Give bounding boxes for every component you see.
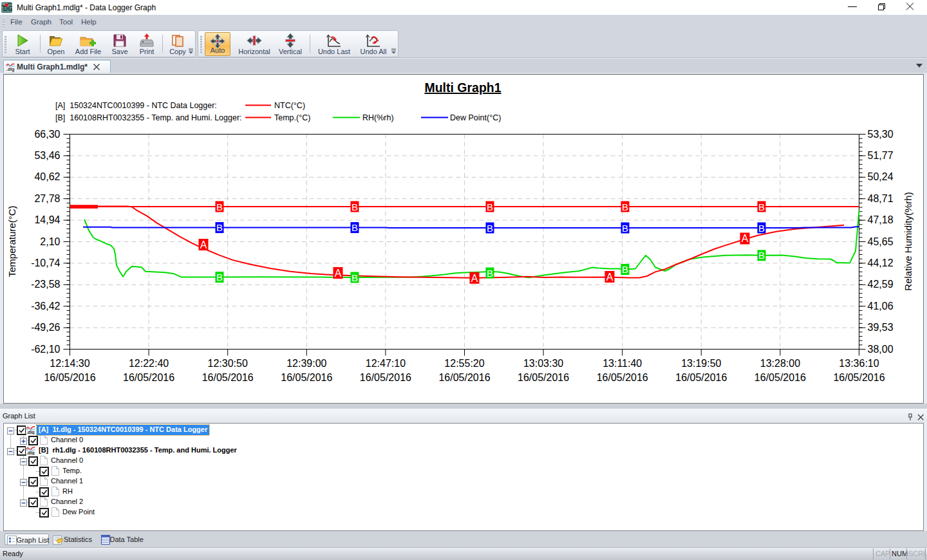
svg-text:Temperature(°C): Temperature(°C) [6, 205, 17, 277]
svg-text:-62,10: -62,10 [31, 344, 60, 355]
svg-text:B: B [216, 272, 223, 283]
svg-text:RH(%rh): RH(%rh) [362, 113, 394, 122]
svg-text:B: B [622, 264, 628, 275]
svg-text:12:22:40: 12:22:40 [129, 358, 169, 369]
svg-text:Relative Humidity(%rh): Relative Humidity(%rh) [903, 192, 913, 290]
svg-text:12:30:50: 12:30:50 [208, 358, 248, 369]
svg-text:12:39:00: 12:39:00 [286, 358, 326, 369]
svg-text:16/05/2016: 16/05/2016 [281, 372, 332, 383]
svg-text:B: B [758, 223, 765, 234]
svg-text:B: B [351, 201, 358, 212]
svg-text:53,30: 53,30 [868, 129, 894, 140]
svg-text:B: B [758, 250, 765, 261]
svg-text:-23,58: -23,58 [31, 279, 60, 290]
svg-text:A: A [606, 272, 613, 283]
svg-text:-10,74: -10,74 [31, 257, 60, 268]
svg-text:[B] 160108RHT0032355 - Temp.: [B] 160108RHT0032355 - Temp. and Humi. L… [55, 113, 242, 122]
svg-text:13:11:40: 13:11:40 [603, 358, 642, 369]
svg-text:16/05/2016: 16/05/2016 [202, 372, 254, 383]
svg-text:B: B [216, 222, 223, 233]
svg-text:51,77: 51,77 [868, 150, 894, 161]
svg-text:16/05/2016: 16/05/2016 [597, 372, 648, 383]
svg-text:48,71: 48,71 [868, 193, 894, 204]
svg-text:16/05/2016: 16/05/2016 [754, 372, 806, 383]
svg-text:16/05/2016: 16/05/2016 [360, 372, 411, 383]
svg-text:Multi Graph1: Multi Graph1 [424, 80, 501, 95]
svg-text:Dew Point(°C): Dew Point(°C) [450, 113, 501, 122]
svg-text:45,65: 45,65 [868, 236, 894, 247]
svg-text:B: B [622, 201, 628, 212]
svg-text:.dlg: .dlg [26, 430, 34, 434]
svg-text:B: B [487, 201, 493, 212]
svg-text:38,00: 38,00 [868, 344, 894, 355]
svg-text:47,18: 47,18 [868, 214, 894, 225]
svg-text:[A] 150324NTC0010399 - NTC Da: [A] 150324NTC0010399 - NTC Data Logger: [55, 101, 217, 110]
svg-text:.dlg: .dlg [26, 451, 34, 455]
svg-text:16/05/2016: 16/05/2016 [123, 372, 174, 383]
svg-text:16/05/2016: 16/05/2016 [438, 372, 490, 383]
svg-text:A: A [200, 239, 207, 250]
svg-text:12:55:20: 12:55:20 [444, 358, 484, 369]
svg-text:NTC(°C): NTC(°C) [274, 101, 305, 110]
svg-text:50,24: 50,24 [868, 171, 894, 182]
svg-text:2,10: 2,10 [40, 236, 60, 247]
svg-text:13:19:50: 13:19:50 [681, 358, 721, 369]
svg-text:16/05/2016: 16/05/2016 [518, 372, 569, 383]
svg-text:53,46: 53,46 [34, 150, 60, 161]
svg-text:-36,42: -36,42 [31, 301, 60, 312]
svg-text:13:03:30: 13:03:30 [523, 358, 563, 369]
svg-text:12:14:30: 12:14:30 [50, 358, 89, 369]
svg-text:42,59: 42,59 [868, 279, 894, 290]
svg-text:66,30: 66,30 [34, 129, 60, 140]
svg-text:B: B [758, 201, 765, 212]
svg-text:B: B [487, 268, 493, 279]
svg-text:40,62: 40,62 [34, 171, 60, 182]
svg-text:A: A [471, 273, 478, 284]
svg-text:B: B [351, 272, 358, 283]
svg-text:A: A [742, 233, 749, 244]
svg-text:16/05/2016: 16/05/2016 [833, 372, 885, 383]
svg-text:44,12: 44,12 [868, 257, 894, 268]
svg-text:13:28:00: 13:28:00 [760, 358, 800, 369]
svg-text:B: B [487, 223, 493, 234]
svg-text:B: B [351, 222, 358, 233]
svg-text:16/05/2016: 16/05/2016 [675, 372, 727, 383]
svg-text:12:47:10: 12:47:10 [366, 358, 406, 369]
svg-text:Temp.(°C): Temp.(°C) [274, 113, 310, 122]
svg-text:B: B [622, 223, 628, 234]
svg-text:13:36:10: 13:36:10 [839, 358, 879, 369]
svg-text:-49,26: -49,26 [31, 322, 60, 333]
svg-text:B: B [216, 201, 223, 212]
svg-text:14,94: 14,94 [34, 214, 60, 225]
svg-text:27,78: 27,78 [34, 193, 60, 204]
svg-text:41,06: 41,06 [868, 301, 894, 312]
svg-text:39,53: 39,53 [868, 322, 894, 333]
svg-text:A: A [335, 268, 342, 279]
svg-text:16/05/2016: 16/05/2016 [44, 372, 95, 383]
